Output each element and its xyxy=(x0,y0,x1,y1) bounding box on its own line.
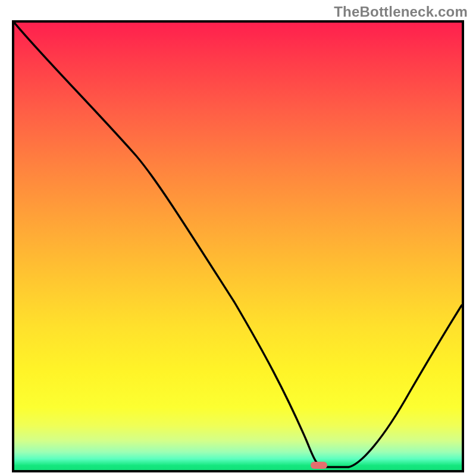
current-config-marker xyxy=(311,462,327,469)
chart-stage: TheBottleneck.com xyxy=(0,0,476,476)
plot-frame xyxy=(12,20,464,472)
curve-path xyxy=(14,23,462,467)
watermark-text: TheBottleneck.com xyxy=(334,4,468,20)
bottleneck-curve xyxy=(14,23,462,470)
